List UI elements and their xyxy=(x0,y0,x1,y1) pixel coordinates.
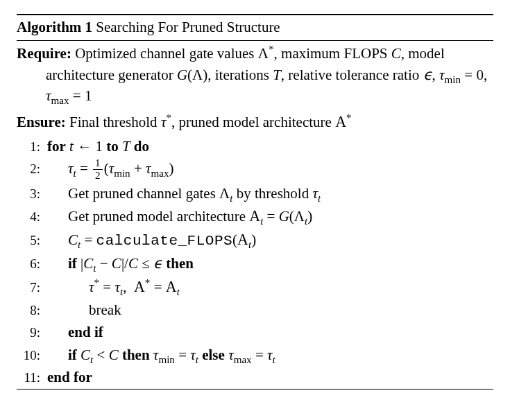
ensure-text: Final threshold τ*, pruned model archite… xyxy=(69,114,352,130)
line-1: for t ← 1 to T do xyxy=(17,135,493,157)
line-9: end if xyxy=(17,321,493,343)
line-10-content: if Ct < C then τmin = τt else τmax = τt xyxy=(47,344,275,365)
line-8-content: break xyxy=(47,299,121,320)
rule-bottom xyxy=(17,389,493,390)
line-3: Get pruned channel gates Λt by threshold… xyxy=(17,182,493,204)
line-11-content: end for xyxy=(47,367,92,387)
line-11: end for xyxy=(17,366,493,388)
line-10: if Ct < C then τmin = τt else τmax = τt xyxy=(17,344,493,366)
algorithm-name: Searching For Pruned Structure xyxy=(96,19,280,35)
require-text: Optimized channel gate values Λ*, maximu… xyxy=(46,45,487,104)
line-1-content: for t ← 1 to T do xyxy=(47,136,149,157)
line-4-content: Get pruned model architecture At = G(Λt) xyxy=(47,205,312,227)
line-4: Get pruned model architecture At = G(Λt) xyxy=(17,204,493,228)
line-6-content: if |Ct − C|/C ≤ ϵ then xyxy=(47,253,194,274)
line-5: Ct = calculate_FLOPS(At) xyxy=(17,228,493,252)
ensure-keyword: Ensure: xyxy=(17,114,66,130)
algorithm-title-line: Algorithm 1 Searching For Pruned Structu… xyxy=(17,15,493,40)
line-2: τt = 12(τmin + τmax) xyxy=(17,157,493,182)
line-8: break xyxy=(17,299,493,321)
line-7-content: τ* = τt, A* = At xyxy=(47,276,180,298)
algorithm-number: Algorithm 1 xyxy=(17,19,92,35)
require-block: Require: Optimized channel gate values Λ… xyxy=(17,41,493,108)
algorithm-block: Algorithm 1 Searching For Pruned Structu… xyxy=(17,14,493,390)
require-keyword: Require: xyxy=(17,45,71,62)
ensure-block: Ensure: Final threshold τ*, pruned model… xyxy=(17,109,493,135)
line-5-content: Ct = calculate_FLOPS(At) xyxy=(47,229,256,252)
algorithm-body: for t ← 1 to T do τt = 12(τmin + τmax) G… xyxy=(17,135,493,389)
line-7: τ* = τt, A* = At xyxy=(17,275,493,299)
line-9-content: end if xyxy=(47,322,103,342)
line-6: if |Ct − C|/C ≤ ϵ then xyxy=(17,252,493,274)
line-2-content: τt = 12(τmin + τmax) xyxy=(47,158,174,181)
line-3-content: Get pruned channel gates Λt by threshold… xyxy=(47,183,321,204)
